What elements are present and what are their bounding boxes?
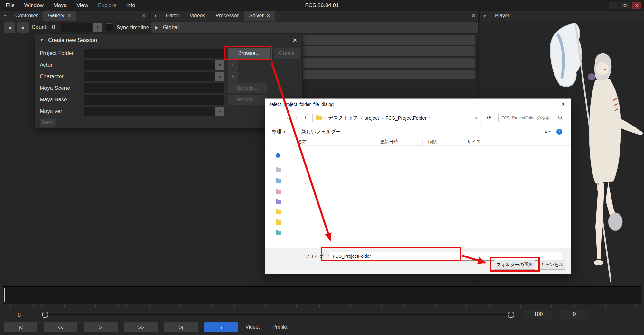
breadcrumb-desktop[interactable]: デスクトップ — [328, 115, 358, 121]
cancel-button[interactable]: キャンセル — [538, 260, 565, 270]
range-slider-right-handle[interactable] — [508, 312, 514, 318]
menu-info[interactable]: Info — [126, 2, 135, 9]
sidebar-folder-icon[interactable] — [276, 190, 281, 194]
dialog-close-icon[interactable]: ✕ — [561, 101, 565, 107]
go-to-end-button[interactable]: >| — [164, 322, 198, 332]
actor-label: Actor — [40, 60, 52, 70]
collapse-chevron-icon[interactable]: ▼ — [40, 38, 43, 42]
tab-group-left: ▼ Controller Gallery ✕ ✕ — [0, 11, 149, 21]
step-forward-button[interactable]: >> — [124, 322, 158, 332]
file-list-header: 名前 ˆ 更新日時 種類 サイズ — [293, 138, 571, 146]
menu-explore[interactable]: Explore — [98, 2, 117, 9]
maya-base-input[interactable] — [84, 95, 224, 105]
tab-editor[interactable]: Editor — [161, 11, 185, 21]
range-end-field[interactable]: 100 — [524, 310, 553, 319]
tab-group-right: ▼ Player — [479, 11, 644, 21]
address-caret-icon[interactable]: ∨ — [475, 116, 478, 120]
caret-down-icon: ▾ — [284, 130, 285, 134]
pane-close-icon[interactable]: ✕ — [471, 11, 475, 21]
search-box — [498, 113, 565, 123]
pane-menu-icon[interactable]: ▼ — [0, 11, 10, 21]
timeline-strip[interactable] — [3, 286, 641, 304]
go-to-start-button[interactable]: |< — [4, 322, 37, 332]
step-back-button[interactable]: << — [44, 322, 77, 332]
range-slider-left-handle[interactable] — [42, 312, 48, 318]
global-section-header[interactable]: ▶ Global — [151, 22, 478, 33]
expand-chevron-icon[interactable]: › — [269, 148, 271, 153]
tab-gallery[interactable]: Gallery ✕ — [43, 11, 76, 21]
column-modified[interactable]: 更新日時 — [380, 139, 398, 145]
menu-view[interactable]: View — [76, 2, 88, 9]
sidebar-folder-icon[interactable] — [276, 220, 281, 225]
character-dropdown[interactable]: ▼ — [84, 72, 224, 81]
help-icon[interactable]: ? — [556, 129, 562, 135]
actor-dropdown[interactable]: ▼ — [84, 60, 224, 70]
pane-menu-icon[interactable]: ▼ — [479, 11, 490, 21]
refresh-icon[interactable]: ⟳ — [487, 115, 491, 121]
range-slider-track[interactable] — [49, 314, 507, 315]
sidebar-folder-icon[interactable] — [276, 231, 281, 235]
dialog-titlebar: select_project_folder_file_dialog ✕ — [265, 99, 571, 110]
view-options-button[interactable]: ≡ ▾ — [545, 129, 551, 134]
empty-field-row — [303, 35, 475, 45]
close-button[interactable]: X — [632, 2, 641, 9]
history-caret-icon[interactable]: ∨ — [295, 115, 298, 120]
create-session-close-icon[interactable]: ✕ — [292, 37, 297, 44]
menu-maya[interactable]: Maya — [53, 2, 67, 9]
column-name[interactable]: 名前 — [298, 139, 307, 145]
tab-controller[interactable]: Controller — [10, 11, 43, 21]
menu-file[interactable]: File — [6, 2, 14, 9]
create-session-title: Create new Session — [48, 37, 97, 43]
tab-player-label: Player — [495, 13, 509, 19]
play-button[interactable]: > — [84, 322, 118, 332]
count-dropdown-button[interactable]: ▼ — [93, 23, 102, 32]
organize-button[interactable]: 整理 ▾ — [272, 129, 285, 135]
up-icon[interactable]: ↑ — [304, 114, 307, 121]
add-button[interactable]: + — [204, 322, 238, 332]
tab-solver-close-icon[interactable]: ✕ — [266, 13, 270, 19]
new-folder-button[interactable]: 新しいフォルダー — [301, 129, 341, 135]
tab-solver[interactable]: Solver ✕ — [244, 11, 275, 21]
dropdown-icon[interactable]: ▼ — [215, 72, 224, 81]
column-divider — [490, 139, 490, 145]
sidebar-folder-icon[interactable] — [276, 179, 281, 183]
dropdown-icon[interactable]: ▼ — [215, 107, 224, 116]
pane-close-icon[interactable]: ✕ — [142, 11, 146, 21]
tab-gallery-label: Gallery — [48, 13, 64, 19]
search-input[interactable] — [501, 114, 555, 122]
breadcrumb-fcs-projectfolder[interactable]: FCS_ProjectFolder — [385, 115, 427, 121]
search-icon[interactable] — [558, 116, 563, 120]
tab-processor[interactable]: Processor — [210, 11, 244, 21]
pane-menu-icon[interactable]: ▼ — [150, 11, 161, 21]
highlight-browse-button — [224, 46, 272, 60]
tab-player[interactable]: Player — [490, 11, 515, 21]
project-folder-input[interactable] — [84, 49, 224, 58]
dropdown-icon[interactable]: ▼ — [215, 60, 224, 70]
back-icon[interactable]: ← — [271, 114, 277, 121]
column-size[interactable]: サイズ — [467, 139, 481, 145]
current-frame-field[interactable]: 0 — [560, 310, 589, 319]
maya-ver-dropdown[interactable]: ▼ — [84, 107, 224, 116]
minimize-button[interactable]: _ — [609, 2, 618, 9]
timeline-cursor[interactable] — [4, 288, 5, 302]
address-breadcrumb[interactable]: › デスクトップ › project › FCS_ProjectFolder ›… — [312, 113, 481, 123]
count-input[interactable] — [61, 23, 92, 32]
menu-window[interactable]: Window — [24, 2, 43, 9]
sync-timeline-checkbox[interactable] — [106, 23, 113, 31]
empty-field-row — [303, 58, 475, 68]
tab-videos[interactable]: Videos — [185, 11, 211, 21]
frame-next-button[interactable]: ▶ — [17, 22, 29, 33]
sidebar-folder-icon[interactable] — [276, 210, 281, 214]
breadcrumb-project[interactable]: project — [365, 115, 379, 121]
column-type[interactable]: 種類 — [428, 139, 437, 145]
sidebar-folder-icon[interactable] — [276, 168, 281, 172]
frame-prev-button[interactable]: ◀ — [4, 22, 15, 33]
tab-gallery-close-icon[interactable]: ✕ — [67, 13, 71, 19]
maya-scene-input[interactable] — [84, 83, 224, 93]
profile-label: Profile: — [272, 324, 289, 330]
maya-scene-label: Maya Scene — [40, 83, 70, 93]
file-list-area[interactable]: › — [265, 146, 571, 248]
maximize-button[interactable]: O — [620, 2, 630, 9]
sidebar-folder-icon[interactable] — [276, 200, 281, 204]
onedrive-icon[interactable] — [276, 153, 280, 158]
